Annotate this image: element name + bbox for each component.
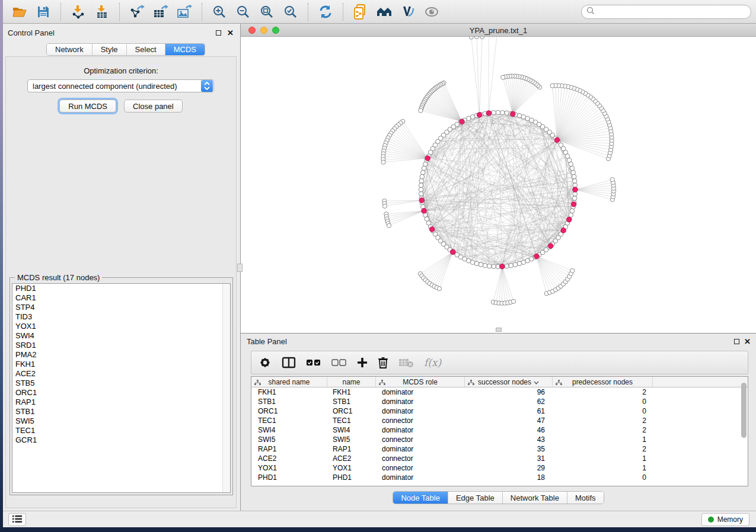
- column-header-predecessor-nodes[interactable]: predecessor nodes: [553, 377, 653, 387]
- list-item[interactable]: STB1: [12, 407, 230, 416]
- table-row[interactable]: SWI5SWI5connector431: [251, 435, 748, 444]
- list-item[interactable]: STB5: [12, 379, 230, 388]
- table-cell: STB1: [327, 397, 376, 406]
- network-window-titlebar: YPA_prune.txt_1: [241, 24, 756, 37]
- table-row[interactable]: TEC1TEC1connector472: [251, 416, 748, 425]
- run-mcds-button[interactable]: Run MCDS: [59, 100, 116, 113]
- tab-node-table[interactable]: Node Table: [393, 492, 448, 504]
- list-item[interactable]: TEC1: [12, 426, 230, 435]
- column-view-icon[interactable]: [282, 357, 296, 368]
- table-cell: 29: [465, 463, 553, 473]
- tab-mcds[interactable]: MCDS: [165, 44, 205, 55]
- table-cell: 96: [465, 387, 553, 397]
- close-table-icon[interactable]: ✕: [744, 338, 751, 345]
- zoom-in-icon[interactable]: [210, 3, 228, 21]
- refresh-icon[interactable]: [317, 3, 334, 21]
- hierarchy-icon: [254, 379, 261, 387]
- tab-edge-table[interactable]: Edge Table: [448, 492, 503, 504]
- export-image-icon[interactable]: [176, 3, 193, 21]
- memory-button[interactable]: Memory: [701, 513, 749, 526]
- table-cell: TEC1: [251, 416, 327, 425]
- table-scrollbar[interactable]: [741, 383, 747, 438]
- table-row[interactable]: ACE2ACE2connector311: [251, 454, 748, 463]
- table-row[interactable]: RAP1RAP1dominator352: [251, 444, 748, 454]
- zoom-selected-icon[interactable]: [282, 3, 299, 21]
- add-column-icon[interactable]: [357, 357, 368, 368]
- eye-icon[interactable]: [423, 3, 441, 21]
- splitter-handle[interactable]: [237, 264, 243, 272]
- search-field[interactable]: [581, 5, 751, 19]
- table-cell: 0: [553, 406, 653, 416]
- open-file-icon[interactable]: [11, 3, 28, 21]
- list-item[interactable]: ACE2: [12, 369, 230, 379]
- list-item[interactable]: TID3: [12, 312, 230, 322]
- float-table-icon[interactable]: [733, 338, 741, 345]
- list-item[interactable]: PHD1: [12, 284, 230, 293]
- mcds-result-title: MCDS result (17 nodes): [15, 273, 102, 282]
- list-item[interactable]: RAP1: [12, 398, 230, 407]
- zoom-fit-icon[interactable]: [258, 3, 276, 21]
- table-cell: ORC1: [251, 406, 327, 416]
- criterion-dropdown[interactable]: largest connected component (undirected): [27, 79, 214, 92]
- export-table-icon[interactable]: [152, 3, 170, 21]
- import-network-icon[interactable]: [69, 3, 87, 21]
- close-panel-icon[interactable]: ✕: [227, 29, 234, 37]
- export-network-icon[interactable]: [128, 3, 146, 21]
- column-header-shared-name[interactable]: shared name: [251, 377, 327, 387]
- mcds-result-list[interactable]: PHD1CAR1STP4TID3YOX1SWI4SRD1PMA2FKH1ACE2…: [12, 283, 231, 493]
- list-item[interactable]: YOX1: [12, 322, 230, 331]
- table-cell: RAP1: [251, 444, 327, 454]
- table-cell: 61: [465, 406, 553, 416]
- table-row[interactable]: STB1STB1dominator620: [251, 397, 748, 406]
- save-session-icon[interactable]: [34, 3, 52, 21]
- tab-motifs[interactable]: Motifs: [567, 492, 604, 504]
- table-settings-gear-icon[interactable]: [259, 356, 272, 369]
- column-header-mcds-role[interactable]: MCDS role: [376, 377, 465, 387]
- deselect-all-icon[interactable]: [331, 358, 347, 367]
- table-cell: 46: [465, 425, 553, 435]
- tab-style[interactable]: Style: [92, 44, 127, 55]
- network-canvas[interactable]: [241, 37, 756, 333]
- mcds-list-scrollbar[interactable]: [222, 284, 230, 492]
- graphics-details-icon[interactable]: [399, 3, 417, 21]
- table-row[interactable]: SWI4SWI4dominator462: [251, 425, 748, 435]
- list-item[interactable]: SRD1: [12, 341, 230, 350]
- table-row[interactable]: PHD1PHD1dominator180: [251, 473, 748, 482]
- clone-network-icon[interactable]: [352, 3, 369, 21]
- list-item[interactable]: SWI5: [12, 416, 230, 426]
- houses-icon[interactable]: [375, 3, 393, 21]
- list-item[interactable]: PMA2: [12, 350, 230, 360]
- import-table-icon[interactable]: [93, 3, 111, 21]
- table-cell: 2: [553, 387, 653, 397]
- tab-network-table[interactable]: Network Table: [503, 492, 567, 504]
- tab-select[interactable]: Select: [127, 44, 165, 55]
- column-label: name: [342, 378, 360, 386]
- column-label: MCDS role: [403, 378, 438, 386]
- search-input[interactable]: [595, 8, 746, 16]
- list-item[interactable]: FKH1: [12, 360, 230, 369]
- zoom-out-icon[interactable]: [234, 3, 252, 21]
- delete-column-icon[interactable]: [378, 356, 388, 369]
- table-cell: YOX1: [327, 463, 376, 473]
- list-item[interactable]: SWI4: [12, 331, 230, 341]
- list-item[interactable]: ORC1: [12, 388, 230, 398]
- table-row[interactable]: YOX1YOX1connector291: [251, 463, 748, 473]
- table-row[interactable]: FKH1FKH1dominator962: [251, 387, 748, 397]
- table-cell: PHD1: [251, 473, 327, 482]
- task-history-button[interactable]: [8, 513, 26, 526]
- select-all-icon[interactable]: [306, 358, 321, 367]
- list-item[interactable]: GCR1: [12, 435, 230, 445]
- list-item[interactable]: STP4: [12, 303, 230, 312]
- canvas-splitter-handle[interactable]: [496, 328, 502, 332]
- table-row[interactable]: ORC1ORC1dominator610: [251, 406, 748, 416]
- table-cell: connector: [376, 463, 465, 473]
- list-item[interactable]: CAR1: [12, 293, 230, 303]
- close-panel-button[interactable]: Close panel: [124, 100, 183, 113]
- table-cell: ORC1: [327, 406, 376, 416]
- column-header-name[interactable]: name: [327, 377, 376, 387]
- float-panel-icon[interactable]: [215, 29, 222, 37]
- column-header-successor-nodes[interactable]: successor nodes: [465, 377, 553, 387]
- table-cell: FKH1: [251, 387, 327, 397]
- tab-network[interactable]: Network: [47, 44, 92, 55]
- mcds-result-group: MCDS result (17 nodes) PHD1CAR1STP4TID3Y…: [9, 277, 233, 495]
